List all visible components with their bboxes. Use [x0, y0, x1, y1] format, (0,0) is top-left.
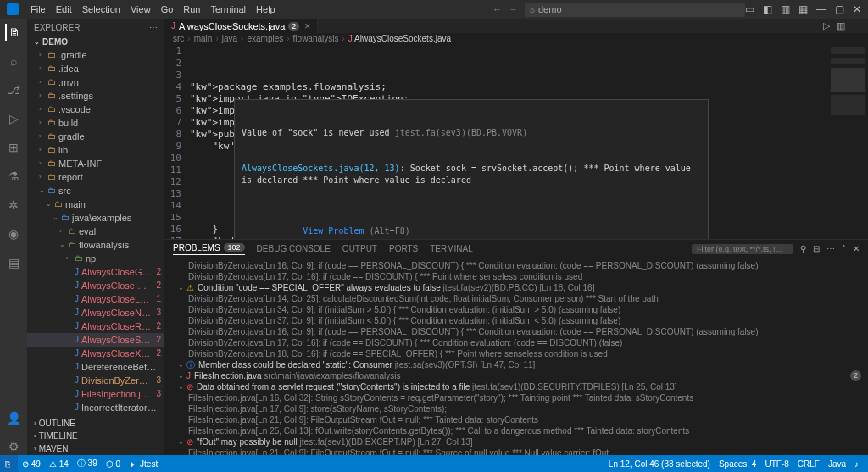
terminal-tab[interactable]: TERMINAL — [430, 244, 473, 253]
problem-row[interactable]: FilesInjection.java[Ln 16, Col 32]: Stri… — [171, 392, 861, 403]
breadcrumb-item[interactable]: java — [222, 34, 237, 43]
status-item[interactable]: ⬡ 0 — [102, 455, 125, 472]
problems-filter[interactable]: Filter (e.g. text, **/*.ts, !… — [692, 244, 793, 254]
problem-row[interactable]: FilesInjection.java[Ln 25, Col 13]: fOut… — [171, 425, 861, 436]
close-window-icon[interactable]: ✕ — [853, 3, 861, 15]
file-row[interactable]: JAlwaysCloseGSS.java2 — [27, 265, 164, 279]
ports-tab[interactable]: PORTS — [389, 244, 418, 253]
problems-list[interactable]: DivisionByZero.java[Ln 16, Col 9]: if (c… — [164, 258, 868, 455]
problem-row[interactable]: FilesInjection.java[Ln 21, Col 9]: FileO… — [171, 414, 861, 425]
file-row[interactable]: JAlwaysCloseXMLEncDec.java2 — [27, 347, 164, 360]
problem-row[interactable]: DivisionByZero.java[Ln 17, Col 16]: if (… — [171, 337, 861, 348]
maven-section[interactable]: ›MAVEN — [27, 442, 164, 455]
problem-row[interactable]: DivisionByZero.java[Ln 16, Col 9]: if (c… — [171, 326, 861, 337]
status-item[interactable]: ⊘ 49 — [18, 455, 45, 472]
activity-extra-icon[interactable]: ◉ — [5, 225, 22, 242]
breadcrumb-item[interactable]: flowanalysis — [293, 34, 339, 43]
menu-run[interactable]: Run — [178, 4, 205, 14]
status-item[interactable]: ⓘ 39 — [73, 455, 102, 472]
filter-icon[interactable]: ⚲ — [800, 244, 806, 253]
panel-maximize-icon[interactable]: ˄ — [842, 244, 846, 253]
search-activity-icon[interactable]: ⌕ — [5, 53, 22, 69]
folder-row[interactable]: ›🗀.mvn — [27, 75, 164, 89]
file-row[interactable]: JAlwaysCloseImages.java2 — [27, 279, 164, 292]
breadcrumb-item[interactable]: main — [194, 34, 213, 43]
folder-row[interactable]: ⌄🗀flowanalysis — [27, 238, 164, 252]
file-row[interactable]: JAlwaysCloseSockets.java2 — [27, 333, 164, 347]
file-row[interactable]: JDereferenceBeforeNullCheck.java — [27, 360, 164, 374]
problem-row[interactable]: DivisionByZero.java[Ln 17, Col 16]: if (… — [171, 271, 861, 282]
menu-go[interactable]: Go — [156, 4, 179, 14]
problems-tab[interactable]: PROBLEMS 102 — [173, 243, 245, 255]
editor-more-icon[interactable]: ⋯ — [852, 20, 861, 31]
timeline-section[interactable]: ›TIMELINE — [27, 430, 164, 442]
run-icon[interactable]: ▷ — [823, 20, 830, 31]
folder-row[interactable]: ›🗀META-INF — [27, 157, 164, 170]
explorer-icon[interactable]: 🗎 — [5, 24, 22, 41]
status-item[interactable]: Ln 12, Col 46 (33 selected) — [604, 459, 715, 469]
problem-row[interactable]: DivisionByZero.java[Ln 18, Col 16]: if (… — [171, 348, 861, 359]
problem-row[interactable]: DivisionByZero.java[Ln 14, Col 25]: calc… — [171, 293, 861, 304]
sidebar-more-icon[interactable]: ⋯ — [149, 23, 158, 32]
status-item[interactable]: CRLF — [793, 459, 824, 469]
file-row[interactable]: JAlwaysCloseRAFs.java2 — [27, 319, 164, 333]
folder-row[interactable]: ›🗀.vscode — [27, 103, 164, 116]
debug-console-tab[interactable]: DEBUG CONSOLE — [257, 244, 331, 253]
folder-row[interactable]: ⌄🗀java\examples — [27, 211, 164, 225]
file-row[interactable]: JAlwaysCloseNIOChannels.java3 — [27, 306, 164, 319]
nav-back-icon[interactable]: ← — [492, 4, 502, 14]
collapse-all-icon[interactable]: ⊟ — [813, 244, 820, 253]
folder-row[interactable]: ›🗀eval — [27, 225, 164, 238]
code[interactable]: Value of "sock" is never used jtest.fa(s… — [186, 44, 826, 239]
maximize-icon[interactable]: ▢ — [835, 3, 844, 15]
editor-body[interactable]: 1234567891011121314151617181920212223242… — [164, 44, 868, 239]
menu-edit[interactable]: Edit — [51, 4, 77, 14]
folder-row[interactable]: ›🗀lib — [27, 143, 164, 157]
folder-row[interactable]: ⌄🗀main — [27, 197, 164, 211]
close-tab-icon[interactable]: × — [304, 20, 310, 32]
panel-more-icon[interactable]: ⋯ — [826, 244, 835, 253]
problem-row[interactable]: DivisionByZero.java[Ln 34, Col 9]: if (i… — [171, 304, 861, 315]
minimize-icon[interactable]: — — [816, 3, 826, 15]
status-item[interactable]: ⎘ — [0, 455, 18, 472]
command-search[interactable]: ⌕ demo — [525, 3, 745, 17]
extensions-icon[interactable]: ⊞ — [5, 139, 22, 156]
status-item[interactable]: Spaces: 4 — [715, 459, 760, 469]
status-item[interactable]: UTF-8 — [760, 459, 793, 469]
layout-panel-icon[interactable]: ▭ — [745, 3, 754, 15]
quick-fix-link[interactable]: Quick Fix... (Ctrl+.) — [303, 238, 409, 239]
test-icon[interactable]: ⚗ — [5, 168, 22, 185]
folder-row[interactable]: ⌄🗀src — [27, 184, 164, 197]
view-problem-link[interactable]: View Problem (Alt+F8) — [303, 226, 409, 236]
layout-split-icon[interactable]: ▥ — [781, 3, 790, 15]
status-item[interactable]: ⚠ 14 — [45, 455, 73, 472]
problem-row[interactable]: ⌄⚠Condition "code == SPECIAL_OFFER" alwa… — [171, 282, 861, 293]
settings-icon[interactable]: ⚙ — [5, 438, 22, 455]
problem-row[interactable]: ⌄⊘Data obtained from a servlet request (… — [171, 381, 861, 392]
menu-help[interactable]: Help — [251, 4, 281, 14]
breadcrumb-item[interactable]: src — [173, 34, 184, 43]
folder-row[interactable]: ›🗀.gradle — [27, 48, 164, 62]
output-tab[interactable]: OUTPUT — [342, 244, 377, 253]
status-item[interactable]: ♪ — [850, 459, 863, 469]
problem-row[interactable]: FilesInjection.java[Ln 17, Col 9]: store… — [171, 403, 861, 414]
scm-icon[interactable]: ⎇ — [5, 81, 22, 98]
breadcrumbs[interactable]: src›main›java›examples›flowanalysis›J Al… — [164, 33, 868, 44]
editor-tab[interactable]: J AlwaysCloseSockets.java 2 × — [164, 19, 318, 33]
breadcrumb-item[interactable]: J AlwaysCloseSockets.java — [348, 34, 451, 43]
jtest-icon[interactable]: ✲ — [5, 197, 22, 214]
layout-sidebar-icon[interactable]: ◧ — [763, 3, 772, 15]
file-row[interactable]: JDivisionByZero.java3 — [27, 374, 164, 387]
debug-icon[interactable]: ▷ — [5, 110, 22, 127]
problem-row[interactable]: FilesInjection.java[Ln 21, Col 9]: FileO… — [171, 447, 861, 455]
project-root[interactable]: ⌄DEMO — [27, 36, 164, 48]
panel-close-icon[interactable]: ✕ — [853, 244, 860, 253]
folder-row[interactable]: ›🗀gradle — [27, 130, 164, 143]
menu-terminal[interactable]: Terminal — [206, 4, 252, 14]
problem-row[interactable]: ⌄ⓘMember class could be declared "static… — [171, 359, 861, 370]
status-item[interactable]: ⏵Jtest — [125, 455, 162, 472]
status-item[interactable]: Java — [824, 459, 850, 469]
folder-row[interactable]: ›🗀.settings — [27, 89, 164, 103]
account-icon[interactable]: 👤 — [5, 409, 22, 426]
folder-row[interactable]: ›🗀build — [27, 116, 164, 130]
